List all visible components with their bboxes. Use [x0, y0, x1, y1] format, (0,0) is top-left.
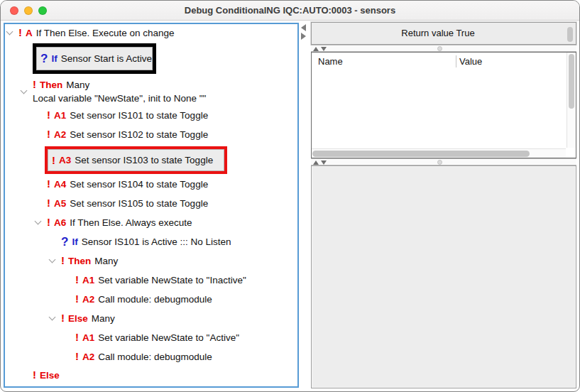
row-segment: Set variable NewState to "Inactive" — [98, 275, 246, 285]
row-segment: A — [26, 28, 33, 38]
node-a2-set-sensor-is102[interactable]: !A2Set sensor IS102 to state Toggle — [47, 128, 208, 141]
row-segment: ! — [61, 313, 65, 323]
window-title: Debug ConditionalNG IQC:AUTO:0003 - sens… — [1, 1, 579, 21]
row-segment: Set variable NewState to "Active" — [98, 332, 239, 343]
row-segment: Set sensor IS105 to state Toggle — [70, 198, 208, 209]
node-a5-set-sensor-is105[interactable]: !A5Set sensor IS105 to state Toggle — [47, 197, 208, 209]
column-divider[interactable] — [456, 55, 456, 67]
row-segment: Sensor IS101 is Active ::: No Listen — [82, 236, 231, 247]
row-segment: A1 — [82, 275, 94, 285]
row-segment: Set sensor IS102 to state Toggle — [70, 129, 208, 140]
node-then-many[interactable]: !ThenMany — [33, 78, 89, 91]
chevron-down-icon[interactable] — [49, 256, 56, 263]
row-segment: Set sensor IS101 to state Toggle — [70, 110, 208, 121]
row-segment: Call module: debugmodule — [98, 294, 212, 305]
collapse-right-icon[interactable] — [301, 33, 306, 40]
node-a6-if-then-else[interactable]: !A6If Then Else. Always execute — [47, 216, 192, 229]
node-local-variable[interactable]: Local variable "NewState", init to None … — [33, 92, 206, 104]
node-root-if-then-else[interactable]: !AIf Then Else. Execute on change — [18, 26, 175, 39]
row-segment: ! — [75, 352, 79, 361]
column-header-value: Value — [459, 56, 482, 67]
row-segment: Then — [40, 80, 62, 90]
node-a4-set-sensor-is104[interactable]: !A4Set sensor IS104 to state Toggle — [47, 178, 208, 190]
row-segment: ! — [52, 156, 55, 165]
node-root-else[interactable]: !Else — [33, 369, 60, 381]
splitter-grip-icon[interactable] — [437, 160, 442, 165]
row-segment: A4 — [54, 179, 66, 190]
row-segment: Call module: debugmodule — [98, 352, 212, 362]
row-segment: A2 — [82, 294, 94, 305]
row-segment: If — [51, 53, 57, 64]
screenshot-stage: Debug ConditionalNG IQC:AUTO:0003 - sens… — [0, 0, 580, 392]
right-panel: Return value True Name Value — [311, 22, 576, 388]
row-segment: Sensor Start is Active — [61, 53, 152, 64]
variables-table[interactable]: Name Value — [311, 52, 576, 158]
row-segment: Set sensor IS103 to state Toggle — [75, 155, 213, 165]
column-header-name: Name — [318, 56, 343, 67]
row-segment: Else — [40, 370, 60, 381]
node-a3-set-sensor-is103[interactable]: !A3Set sensor IS103 to state Toggle — [45, 146, 227, 174]
node-else-a2-call-module[interactable]: !A2Call module: debugmodule — [75, 350, 212, 363]
row-segment: If Then Else. Execute on change — [36, 28, 175, 38]
node-inner-else-many[interactable]: !ElseMany — [61, 312, 115, 325]
node-if-sensor-is101[interactable]: ?IfSensor IS101 is Active ::: No Listen — [61, 235, 231, 248]
node-then-a2-call-module[interactable]: !A2Call module: debugmodule — [75, 293, 212, 305]
row-segment: A2 — [54, 129, 66, 140]
row-segment: ! — [47, 198, 50, 208]
row-segment: ! — [33, 370, 36, 380]
chevron-down-icon[interactable] — [35, 218, 42, 225]
conditional-tree-pane[interactable]: !AIf Then Else. Execute on change?IfSens… — [4, 23, 299, 388]
row-segment: ! — [75, 275, 79, 285]
row-segment: ! — [47, 179, 50, 189]
row-segment: Many — [92, 313, 115, 324]
table-vertical-scrollbar[interactable] — [567, 53, 576, 148]
splitter-top[interactable] — [311, 45, 576, 52]
row-segment: Then — [68, 256, 91, 266]
table-vertical-scrollbar-thumb[interactable] — [569, 54, 574, 109]
splitter-grip-icon[interactable] — [437, 46, 442, 51]
node-else-a1-set-variable[interactable]: !A1Set variable NewState to "Active" — [75, 331, 239, 344]
collapse-up-icon[interactable] — [313, 47, 319, 51]
row-segment: A5 — [54, 198, 66, 209]
row-segment: Local variable "NewState", init to None … — [33, 93, 206, 104]
return-value-scrollbar[interactable] — [567, 27, 573, 42]
splitter-bottom[interactable] — [311, 158, 576, 165]
return-value-list[interactable]: Return value True — [311, 22, 576, 45]
row-segment: A1 — [82, 332, 94, 343]
row-segment: If Then Else. Always execute — [70, 217, 192, 228]
row-segment: ! — [61, 256, 65, 266]
return-value-label: Return value True — [312, 23, 564, 44]
row-segment: ? — [61, 236, 68, 247]
table-horizontal-scrollbar[interactable] — [312, 148, 566, 158]
table-horizontal-scrollbar-thumb[interactable] — [312, 151, 530, 157]
node-if-sensor-start[interactable]: ?IfSensor Start is Active — [33, 43, 156, 74]
row-segment: ! — [18, 28, 22, 38]
debug-conditionalng-window: Debug ConditionalNG IQC:AUTO:0003 - sens… — [0, 0, 580, 392]
collapse-up-icon[interactable] — [313, 160, 319, 165]
chevron-down-icon[interactable] — [6, 28, 13, 36]
node-then-a1-set-variable[interactable]: !A1Set variable NewState to "Inactive" — [75, 273, 246, 286]
row-segment: ? — [40, 53, 48, 64]
row-segment: A6 — [54, 217, 66, 228]
chevron-down-icon[interactable] — [21, 87, 28, 94]
row-segment: Else — [68, 313, 88, 324]
row-segment: ! — [47, 129, 50, 139]
collapse-down-icon[interactable] — [321, 47, 327, 51]
detail-panel — [311, 165, 576, 388]
node-a1-set-sensor-is101[interactable]: !A1Set sensor IS101 to state Toggle — [47, 109, 208, 121]
row-segment: A1 — [54, 110, 66, 121]
node-inner-then-many[interactable]: !ThenMany — [61, 254, 118, 267]
collapse-left-icon[interactable] — [301, 24, 306, 31]
row-segment: ! — [75, 332, 79, 342]
row-segment: Many — [94, 256, 118, 266]
row-segment: ! — [33, 80, 36, 89]
row-segment: ! — [47, 110, 50, 120]
row-segment: ! — [75, 294, 79, 304]
row-segment: Many — [66, 80, 89, 90]
row-segment: ! — [47, 217, 50, 227]
collapse-down-icon[interactable] — [321, 160, 327, 165]
title-bar[interactable]: Debug ConditionalNG IQC:AUTO:0003 - sens… — [1, 1, 579, 21]
row-segment: If — [72, 236, 77, 247]
chevron-down-icon[interactable] — [49, 314, 56, 321]
row-segment: A2 — [82, 352, 94, 362]
